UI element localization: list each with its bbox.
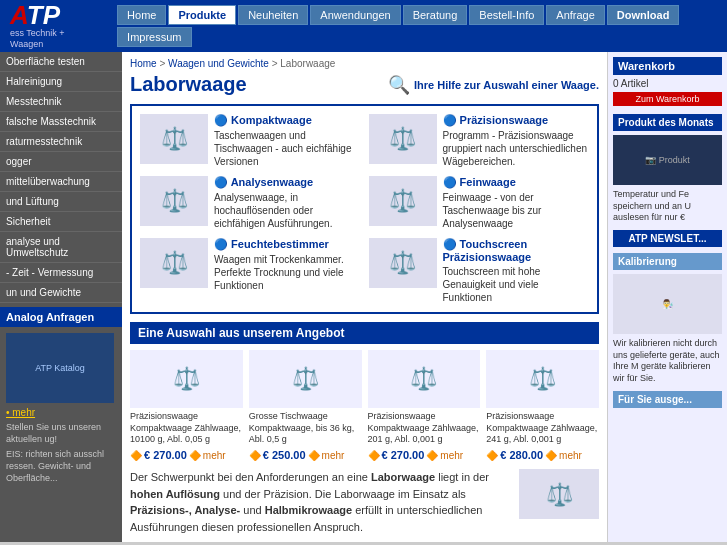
sidebar-item-messtechnik[interactable]: Messtechnik bbox=[0, 92, 122, 112]
feat4-price: € 280.00 bbox=[500, 449, 543, 461]
kalibrierung-title: Kalibrierung bbox=[613, 253, 722, 270]
analysen-image: ⚖️ bbox=[140, 176, 208, 226]
sidebar-item-analyse[interactable]: analyse und Umweltschutz bbox=[0, 232, 122, 263]
feat4-image: ⚖️ bbox=[486, 350, 599, 408]
feuchte-image: ⚖️ bbox=[140, 238, 208, 288]
nav-home[interactable]: Home bbox=[117, 5, 166, 25]
feat2-price: € 250.00 bbox=[263, 449, 306, 461]
catalog-note: Stellen Sie uns unseren aktuellen ug! bbox=[6, 422, 116, 445]
help-text: Ihre Hilfe zur Auswahl einer Waage. bbox=[414, 79, 599, 91]
sidebar-item-falsche[interactable]: falsche Masstechnik bbox=[0, 112, 122, 132]
praezision-desc: Programm - Präzisionswaage gruppiert nac… bbox=[443, 129, 590, 168]
sidebar-item-zeit[interactable]: - Zeit - Vermessung bbox=[0, 263, 122, 283]
category-analysen: ⚖️ 🔵 Analysenwaage Analysenwaage, in hoc… bbox=[140, 176, 361, 230]
feat4-more-link[interactable]: mehr bbox=[559, 450, 582, 461]
feat3-price-row: 🔶 € 270.00 🔶 mehr bbox=[368, 449, 481, 461]
breadcrumb-home[interactable]: Home bbox=[130, 58, 157, 69]
feat3-euro-icon: 🔶 bbox=[368, 450, 380, 461]
page-title: Laborwaage bbox=[130, 73, 247, 96]
catalog-section-title: Analog Anfragen bbox=[0, 307, 122, 327]
sidebar-item-halreinigung[interactable]: Halreinigung bbox=[0, 72, 122, 92]
sidebar-item-gewichte[interactable]: un und Gewichte bbox=[0, 283, 122, 303]
feat4-price-row: 🔶 € 280.00 🔶 mehr bbox=[486, 449, 599, 461]
nav-bestellinfo[interactable]: Bestell-Info bbox=[469, 5, 544, 25]
feat2-euro-icon: 🔶 bbox=[249, 450, 261, 461]
featured-product-4: ⚖️ Präzisionswaage Kompaktwaage Zählwaag… bbox=[486, 350, 599, 461]
logo-atp-red: A bbox=[10, 0, 27, 30]
kompaktwaage-image: ⚖️ bbox=[140, 114, 208, 164]
nav-neuheiten[interactable]: Neuheiten bbox=[238, 5, 308, 25]
catalog-more-link[interactable]: • mehr bbox=[6, 407, 116, 418]
sidebar-item-mittel[interactable]: mittelüberwachung bbox=[0, 172, 122, 192]
cart-items: 0 Artikel bbox=[613, 78, 722, 89]
feuchte-title[interactable]: 🔵 Feuchtebestimmer bbox=[214, 238, 361, 251]
featured-products-grid: ⚖️ Präzisionswaage Kompaktwaage Zählwaag… bbox=[130, 350, 599, 461]
feat1-image: ⚖️ bbox=[130, 350, 243, 408]
fuer-sie-title: Für Sie ausge... bbox=[613, 391, 722, 408]
navigation: Home Produkte Neuheiten Anwendungen Bera… bbox=[116, 4, 727, 48]
analysen-title[interactable]: 🔵 Analysenwaage bbox=[214, 176, 361, 189]
product-month-title: Produkt des Monats bbox=[613, 114, 722, 131]
feat1-desc: Präzisionswaage Kompaktwaage Zählwaage, … bbox=[130, 411, 243, 446]
fein-title[interactable]: 🔵 Feinwaage bbox=[443, 176, 590, 189]
feat3-image: ⚖️ bbox=[368, 350, 481, 408]
help-bar[interactable]: 🔍 Ihre Hilfe zur Auswahl einer Waage. bbox=[388, 74, 599, 96]
praezision-image: ⚖️ bbox=[369, 114, 437, 164]
feat2-price-row: 🔶 € 250.00 🔶 mehr bbox=[249, 449, 362, 461]
touchscreen-title[interactable]: 🔵 Touchscreen Präzisionswaage bbox=[443, 238, 590, 263]
sidebar-item-lueftung[interactable]: und Lüftung bbox=[0, 192, 122, 212]
logo: ATP ess Technik + Waagen bbox=[0, 0, 106, 54]
nav-anfrage[interactable]: Anfrage bbox=[546, 5, 605, 25]
sidebar-item-oberflaeche[interactable]: Oberfläche testen bbox=[0, 52, 122, 72]
sidebar-item-ogger[interactable]: ogger bbox=[0, 152, 122, 172]
breadcrumb-current: Laborwaage bbox=[280, 58, 335, 69]
search-icon: 🔍 bbox=[388, 74, 410, 96]
sidebar-item-raturmess[interactable]: raturmesstechnik bbox=[0, 132, 122, 152]
feat2-euro-icon2: 🔶 bbox=[308, 450, 320, 461]
bottom-intro-text: Der Schwerpunkt bei den Anforderungen an… bbox=[130, 471, 489, 533]
touchscreen-image: ⚖️ bbox=[369, 238, 437, 288]
feat3-price: € 270.00 bbox=[382, 449, 425, 461]
nav-anwendungen[interactable]: Anwendungen bbox=[310, 5, 400, 25]
category-kompaktwaage: ⚖️ 🔵 Kompaktwaage Taschenwaagen und Tisc… bbox=[140, 114, 361, 168]
breadcrumb-products[interactable]: Waagen und Gewichte bbox=[168, 58, 269, 69]
fein-desc: Feinwaage - von der Taschenwaage bis zur… bbox=[443, 191, 590, 230]
newsletter-label: ATP NEWSLET... bbox=[613, 230, 722, 247]
touchscreen-desc: Touchscreen mit hohe Genauigkeit und vie… bbox=[443, 265, 590, 304]
main-content: Home > Waagen und Gewichte > Laborwaage … bbox=[122, 52, 607, 542]
catalog-block: ATP Katalog • mehr Stellen Sie uns unser… bbox=[0, 327, 122, 490]
feat4-euro-icon2: 🔶 bbox=[545, 450, 557, 461]
category-fein: ⚖️ 🔵 Feinwaage Feinwaage - von der Tasch… bbox=[369, 176, 590, 230]
category-feuchte: ⚖️ 🔵 Feuchtebestimmer Waagen mit Trocken… bbox=[140, 238, 361, 304]
nav-beratung[interactable]: Beratung bbox=[403, 5, 468, 25]
feat1-euro-icon2: 🔶 bbox=[189, 450, 201, 461]
feat3-more-link[interactable]: mehr bbox=[440, 450, 463, 461]
feat1-price: € 270.00 bbox=[144, 449, 187, 461]
product-category-grid: ⚖️ 🔵 Kompaktwaage Taschenwaagen und Tisc… bbox=[130, 104, 599, 314]
right-sidebar: Warenkorb 0 Artikel Zum Warenkorb Produk… bbox=[607, 52, 727, 542]
bottom-scale-image: ⚖️ bbox=[519, 469, 599, 519]
category-touchscreen: ⚖️ 🔵 Touchscreen Präzisionswaage Touchsc… bbox=[369, 238, 590, 304]
logo-tagline: ess Technik + Waagen bbox=[10, 28, 96, 50]
breadcrumb: Home > Waagen und Gewichte > Laborwaage bbox=[130, 58, 599, 69]
feat2-more-link[interactable]: mehr bbox=[322, 450, 345, 461]
feat1-more-link[interactable]: mehr bbox=[203, 450, 226, 461]
featured-section-title: Eine Auswahl aus unserem Angebot bbox=[130, 322, 599, 344]
sidebar-item-sicherheit[interactable]: Sicherheit bbox=[0, 212, 122, 232]
kompaktwaage-title[interactable]: 🔵 Kompaktwaage bbox=[214, 114, 361, 127]
feat3-euro-icon2: 🔶 bbox=[426, 450, 438, 461]
catalog-image: ATP Katalog bbox=[6, 333, 114, 403]
kalibrierung-desc: Wir kalibrieren nicht durch uns geliefer… bbox=[613, 338, 722, 385]
praezision-title[interactable]: 🔵 Präzisionswaage bbox=[443, 114, 590, 127]
featured-product-3: ⚖️ Präzisionswaage Kompaktwaage Zählwaag… bbox=[368, 350, 481, 461]
feat1-price-row: 🔶 € 270.00 🔶 mehr bbox=[130, 449, 243, 461]
cart-button[interactable]: Zum Warenkorb bbox=[613, 92, 722, 106]
feat1-euro-icon: 🔶 bbox=[130, 450, 142, 461]
left-sidebar: Oberfläche testen Halreinigung Messtechn… bbox=[0, 52, 122, 542]
nav-impressum[interactable]: Impressum bbox=[117, 27, 191, 47]
product-month-image: 📷 Produkt bbox=[613, 135, 722, 185]
logo-text: ATP bbox=[10, 2, 96, 28]
nav-download[interactable]: Download bbox=[607, 5, 680, 25]
nav-produkte[interactable]: Produkte bbox=[168, 5, 236, 25]
product-month-desc: Temperatur und Fe speichern und an U aus… bbox=[613, 189, 722, 224]
